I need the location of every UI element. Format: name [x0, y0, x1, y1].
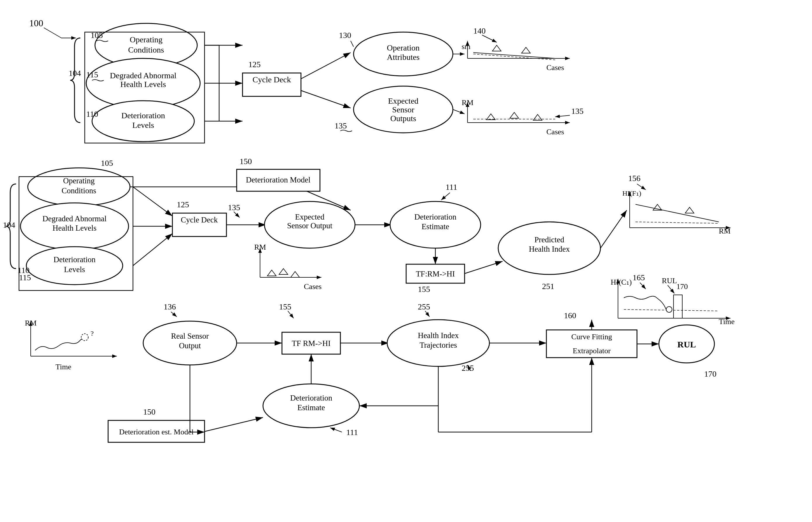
svg-point-58: [81, 334, 88, 341]
label-136: 136: [163, 302, 176, 311]
curve-fitting-label2: Extrapolator: [573, 346, 611, 355]
operating-conditions-mid-label1: Operating: [63, 176, 95, 185]
expected-sensor-outputs-top-label2: Sensor: [392, 105, 414, 114]
degraded-abnormal-top-label2: Health Levels: [120, 80, 166, 89]
deterioration-levels-top-label2: Levels: [132, 121, 154, 129]
svg-line-17: [473, 53, 555, 58]
time-bot-label: Time: [56, 363, 71, 371]
svg-marker-41: [267, 270, 276, 276]
svg-marker-20: [522, 47, 530, 53]
question-mark: ?: [91, 329, 94, 337]
svg-line-12: [301, 91, 351, 108]
svg-line-37: [234, 212, 239, 218]
deterioration-estimate-mid-label2: Estimate: [422, 222, 449, 231]
health-index-trajectories-label2: Trajectories: [420, 341, 457, 349]
label-170-bot: 170: [704, 369, 716, 378]
deterioration-levels-mid-label1: Deterioration: [54, 255, 96, 264]
deterioration-est-model-label: Deterioration est. Model: [119, 428, 194, 436]
svg-marker-26: [510, 113, 519, 118]
degraded-abnormal-top-label1: Degraded Abnormal: [110, 71, 176, 80]
svg-rect-76: [674, 295, 682, 318]
label-111-bot: 111: [346, 428, 358, 437]
operating-conditions-top-label: Operating: [130, 35, 162, 44]
expected-sensor-outputs-top-label1: Expected: [388, 96, 419, 105]
svg-line-45: [441, 193, 450, 200]
real-sensor-output-label1: Real Sensor: [171, 332, 209, 340]
svg-point-75: [666, 306, 672, 313]
svg-line-55: [600, 210, 627, 248]
svg-line-11: [301, 53, 351, 79]
label-155-mid: 155: [418, 285, 430, 294]
svg-line-61: [288, 311, 294, 318]
label-115-top: 115: [86, 70, 98, 79]
label-135-top-left: 135: [334, 121, 347, 130]
time-right-label: Time: [719, 317, 735, 326]
label-150-bot: 150: [143, 407, 155, 416]
svg-marker-27: [533, 115, 542, 120]
label-111-mid: 111: [446, 182, 457, 192]
operating-conditions-mid-label2: Conditions: [62, 186, 96, 195]
diagram-svg: 100 104 Operating Conditions 105 Degrade…: [0, 0, 812, 522]
degraded-abnormal-mid-label2: Health Levels: [53, 224, 97, 233]
svg-line-18: [473, 54, 555, 60]
svg-line-33: [133, 234, 172, 266]
label-135-right-top: 135: [571, 106, 583, 116]
svg-line-48: [637, 184, 646, 190]
label-150-mid: 150: [239, 157, 252, 166]
expected-sensor-outputs-top-label3: Outputs: [390, 114, 417, 123]
svg-marker-42: [279, 268, 288, 275]
svg-marker-19: [492, 45, 501, 51]
svg-marker-25: [486, 114, 495, 120]
deterioration-estimate-bot-label2: Estimate: [297, 403, 325, 412]
label-125-top: 125: [248, 60, 260, 69]
label-155-bot: 155: [279, 302, 291, 311]
cycle-deck-mid-label1: Cycle Deck: [181, 216, 218, 224]
svg-line-63: [425, 311, 429, 317]
svg-line-68: [205, 418, 263, 431]
deterioration-levels-mid-label2: Levels: [64, 265, 85, 274]
rm-right-mid-label: RM: [719, 227, 731, 235]
svg-line-14: [482, 35, 497, 42]
label-135-mid: 135: [228, 203, 240, 212]
label-165: 165: [633, 273, 645, 282]
svg-line-77: [668, 285, 674, 294]
label-110-top: 110: [86, 109, 98, 119]
deterioration-estimate-mid-label1: Deterioration: [414, 213, 457, 221]
rul-label-chart: RUL: [662, 277, 677, 285]
expected-sensor-output-mid-label2: Sensor Output: [287, 221, 332, 230]
predicted-health-index-label2: Health Index: [529, 245, 570, 254]
svg-line-47: [465, 261, 503, 274]
svg-marker-54: [685, 207, 694, 213]
tf-rm-hi-bot-label: TF RM->HI: [292, 339, 331, 348]
curve-fitting-label1: Curve Fitting: [571, 333, 612, 341]
label-105-mid: 105: [101, 159, 113, 167]
deterioration-model-label: Deterioration Model: [246, 176, 310, 184]
predicted-health-index-label1: Predicted: [535, 235, 564, 244]
rul-circle-label: RUL: [677, 340, 696, 349]
svg-line-2: [44, 28, 61, 38]
sm-label: sm: [462, 42, 470, 51]
hi-f1-label: HI(F₁): [622, 189, 641, 197]
real-sensor-output-label2: Output: [179, 341, 201, 350]
label-255-top: 255: [418, 302, 430, 311]
hi-c1-label: HI(C₁): [611, 278, 632, 286]
svg-line-51: [636, 222, 719, 223]
health-index-trajectories-label1: Health Index: [418, 331, 459, 340]
cycle-deck-top-label1: Cycle Deck: [252, 75, 291, 84]
label-130: 130: [339, 31, 351, 40]
label-104-mid: 104: [3, 220, 15, 229]
deterioration-estimate-bot-label1: Deterioration: [290, 394, 332, 402]
operation-attributes-label2: Attributes: [387, 53, 420, 62]
svg-line-78: [640, 283, 646, 289]
label-140: 140: [473, 26, 486, 35]
svg-line-64: [330, 428, 342, 432]
svg-line-59: [171, 312, 177, 317]
label-125-mid: 125: [177, 200, 189, 209]
label-100: 100: [29, 18, 43, 28]
svg-line-28: [555, 115, 570, 117]
degraded-abnormal-mid-label1: Degraded Abnormal: [42, 214, 107, 223]
cases-sm-label: Cases: [546, 63, 564, 72]
tf-rm-hi-mid-label: TF:RM->HI: [416, 269, 455, 278]
svg-line-29: [453, 109, 465, 114]
svg-line-31: [133, 187, 172, 216]
